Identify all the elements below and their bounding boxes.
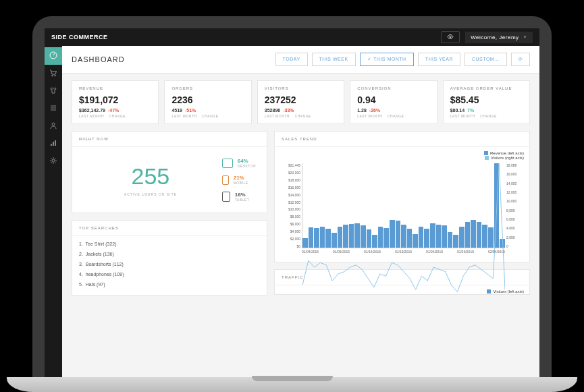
eye-icon (447, 34, 454, 40)
brand-title: SIDE COMMERCE (51, 34, 441, 40)
kpi-change: -26% (369, 108, 380, 113)
sidebar-item-catalog[interactable] (45, 100, 62, 117)
sidebar-item-products[interactable] (45, 82, 62, 100)
svg-rect-5 (51, 144, 52, 146)
list-item: 2. Jackets (136) (79, 249, 260, 259)
search-list: 1. Tee Shirt (322) 2. Jackets (136) 3. B… (72, 236, 267, 295)
list-item: 4. headphones (109) (79, 269, 260, 279)
card-title: TOP SEARCHES (72, 221, 267, 236)
refresh-button[interactable]: ⟳ (511, 53, 531, 66)
kpi-prev: 4519 (171, 108, 182, 113)
card-title: RIGHT NOW (72, 132, 267, 147)
user-icon (49, 120, 57, 132)
gear-icon (49, 155, 57, 167)
kpi-value: $85.45 (450, 94, 523, 105)
tab-this-month-label: THIS MONTH (373, 57, 406, 61)
legend-swatch (484, 151, 488, 155)
kpi-label: CONVERSION (357, 86, 429, 90)
kpi-label: AVERAGE ORDER VALUE (450, 86, 523, 90)
top-searches-card: TOP SEARCHES 1. Tee Shirt (322) 2. Jacke… (72, 220, 267, 296)
cart-icon (49, 67, 57, 80)
legend-label: Visitors (right axis) (491, 156, 524, 160)
kpi-label: VISITORS (265, 86, 337, 90)
list-item-text: headphones (109) (86, 272, 124, 277)
kpi-orders: ORDERS 2236 4519-51% LAST MONTH CHANGE (164, 80, 251, 124)
sidebar-item-settings[interactable] (45, 152, 62, 170)
device-pct: 64% (238, 158, 256, 164)
svg-point-0 (450, 36, 451, 37)
tab-this-year[interactable]: THIS YEAR (418, 53, 460, 66)
list-item-text: Jackets (136) (86, 252, 114, 256)
legend-swatch (485, 156, 489, 160)
chevron-down-icon: ▼ (523, 35, 527, 39)
check-icon: ✓ (367, 57, 372, 61)
kpi-prev: 1.28 (357, 108, 367, 113)
device-label: DESKTOP (238, 164, 256, 168)
preview-button[interactable] (441, 31, 460, 43)
kpi-value: 237252 (265, 94, 337, 105)
user-menu[interactable]: Welcome, Jeremy ▼ (465, 32, 533, 43)
bars-icon (49, 138, 57, 150)
kpi-note: CHANGE (202, 114, 218, 118)
kpi-note: CHANGE (295, 114, 311, 118)
kpi-revenue: REVENUE $191,072 $362,142.79-47% LAST MO… (72, 80, 159, 124)
kpi-change: -33% (283, 108, 294, 113)
tab-this-week[interactable]: THIS WEEK (312, 53, 356, 66)
legend-label: Revenue (left axis) (490, 151, 524, 155)
desktop-icon (222, 159, 233, 168)
device-mobile: 21%MOBILE (222, 175, 256, 185)
device-pct: 16% (235, 192, 250, 198)
gauge-icon (49, 50, 57, 62)
sidebar-item-cart[interactable] (45, 65, 62, 82)
kpi-prev: $80.14 (450, 108, 464, 113)
sidebar (45, 46, 62, 392)
svg-point-8 (52, 159, 55, 162)
device-tablet: 16%TABLET (222, 192, 256, 202)
svg-rect-6 (53, 142, 54, 146)
svg-point-3 (55, 75, 56, 76)
list-icon (49, 103, 57, 115)
kpi-note: CHANGE (388, 114, 404, 118)
shirt-icon (49, 85, 57, 97)
kpi-note: LAST MONTH (450, 114, 475, 118)
sidebar-item-reports[interactable] (45, 135, 62, 152)
tab-today[interactable]: TODAY (275, 53, 308, 66)
kpi-note: LAST MONTH (79, 114, 104, 118)
list-item: 3. Boardshorts (112) (79, 259, 260, 269)
sidebar-item-customers[interactable] (45, 117, 62, 135)
list-item-text: Tee Shirt (322) (86, 242, 117, 246)
list-item-text: Boardshorts (112) (86, 262, 124, 267)
kpi-note: LAST MONTH (265, 114, 290, 118)
kpi-value: 2236 (171, 94, 244, 105)
tab-this-month[interactable]: ✓THIS MONTH (360, 53, 414, 66)
mobile-icon (222, 175, 229, 185)
kpi-note: LAST MONTH (357, 114, 382, 118)
chart-line (302, 163, 505, 302)
kpi-note: LAST MONTH (171, 114, 196, 118)
active-users-count: 255 (79, 163, 222, 190)
device-pct: 21% (234, 175, 248, 181)
kpi-note: CHANGE (109, 114, 126, 118)
kpi-change: 7% (467, 108, 474, 113)
kpi-note: CHANGE (480, 114, 496, 118)
kpi-visitors: VISITORS 237252 352896-33% LAST MONTH CH… (257, 80, 344, 124)
right-now-card: RIGHT NOW 255 ACTIVE USERS ON SITE (72, 131, 267, 213)
card-title: SALES TREND (275, 132, 529, 147)
svg-point-2 (52, 75, 53, 76)
kpi-label: ORDERS (171, 86, 244, 90)
tab-custom[interactable]: CUSTOM... (464, 53, 507, 66)
user-menu-label: Welcome, Jeremy (471, 34, 519, 40)
y-axis-left: $21,445$20,000$18,000$16,000$14,000$12,0… (280, 163, 300, 248)
device-label: MOBILE (234, 181, 248, 185)
kpi-prev: $362,142.79 (79, 108, 105, 113)
refresh-icon: ⟳ (519, 57, 523, 61)
kpi-row: REVENUE $191,072 $362,142.79-47% LAST MO… (72, 80, 530, 124)
x-axis: 01/04/201501/09/201501/14/201501/19/2015… (302, 250, 505, 258)
svg-rect-7 (55, 140, 56, 146)
kpi-label: REVENUE (79, 86, 151, 90)
sidebar-item-dashboard[interactable] (45, 47, 62, 65)
list-item-text: Hats (97) (86, 282, 105, 287)
kpi-conversion: CONVERSION 0.94 1.28-26% LAST MONTH CHAN… (350, 80, 437, 124)
sales-trend-card: SALES TREND Revenue (left axis) Visitors… (274, 131, 530, 262)
sales-trend-chart: $21,445$20,000$18,000$16,000$14,000$12,0… (280, 163, 524, 258)
